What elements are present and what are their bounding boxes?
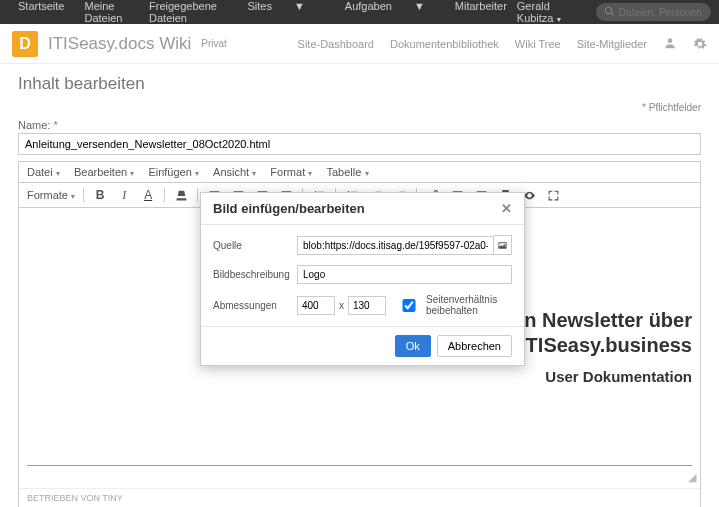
menu-insert[interactable]: Einfügen ▾ (148, 166, 199, 178)
formats-dropdown[interactable]: Formate ▾ (27, 189, 75, 201)
search-input[interactable] (619, 7, 703, 18)
desc-label: Bildbeschreibung (213, 269, 291, 280)
dialog-title: Bild einfügen/bearbeiten (213, 201, 365, 216)
avatar-icon[interactable] (663, 36, 677, 52)
nav-sites[interactable]: Sites▼ (227, 0, 324, 29)
tab-dashboard[interactable]: Site-Dashboard (298, 38, 374, 50)
caret-line (27, 465, 692, 466)
required-hint: * Pflichtfelder (18, 102, 701, 113)
cancel-button[interactable]: Abbrechen (437, 335, 512, 357)
nav-tasks[interactable]: Aufgaben▼ (325, 0, 445, 29)
menu-file[interactable]: Datei ▾ (27, 166, 60, 178)
editor-credit: BETRIEBEN VON TINY (19, 488, 700, 507)
source-label: Quelle (213, 240, 291, 251)
nav-home[interactable]: Startseite (8, 0, 74, 29)
name-label: Name: * (18, 119, 701, 131)
height-input[interactable] (348, 296, 386, 315)
menu-edit[interactable]: Bearbeiten ▾ (74, 166, 134, 178)
insert-image-dialog: Bild einfügen/bearbeiten ✕ Quelle Bildbe… (200, 192, 525, 366)
close-icon[interactable]: ✕ (501, 201, 512, 216)
gear-icon[interactable] (693, 37, 707, 51)
nav-shared-files[interactable]: Freigegebene Dateien (139, 0, 227, 29)
nav-people[interactable]: Mitarbeiter (445, 0, 517, 29)
menu-format[interactable]: Format ▾ (270, 166, 312, 178)
desc-input[interactable] (297, 265, 512, 284)
width-input[interactable] (297, 296, 335, 315)
text-color-button[interactable]: A (140, 187, 156, 203)
site-header: D ITISeasy.docs Wiki Privat Site-Dashboa… (0, 24, 719, 64)
site-privacy: Privat (201, 38, 227, 49)
source-input[interactable] (297, 236, 494, 255)
tab-members[interactable]: Site-Mitglieder (577, 38, 647, 50)
aspect-checkbox[interactable] (396, 299, 422, 312)
browse-button[interactable] (494, 235, 512, 255)
editor-menubar: Datei ▾ Bearbeiten ▾ Einfügen ▾ Ansicht … (19, 162, 700, 183)
site-title[interactable]: ITISeasy.docs Wiki (48, 34, 191, 54)
bg-color-button[interactable] (173, 187, 189, 203)
aspect-label: Seitenverhältnis beibehalten (426, 294, 512, 316)
fullscreen-button[interactable] (545, 187, 561, 203)
doc-subheading: User Dokumentation (19, 368, 692, 385)
dimensions-label: Abmessungen (213, 300, 291, 311)
name-input[interactable] (18, 133, 701, 155)
top-nav: Startseite Meine Dateien Freigegebene Da… (8, 0, 517, 29)
resize-handle-icon[interactable]: ◢ (688, 471, 696, 484)
x-separator: x (339, 300, 344, 311)
ok-button[interactable]: Ok (395, 335, 431, 357)
user-menu[interactable]: Gerald Kubitza▼ (517, 0, 588, 24)
bold-button[interactable]: B (92, 187, 108, 203)
italic-button[interactable]: I (116, 187, 132, 203)
nav-my-files[interactable]: Meine Dateien (74, 0, 139, 29)
menu-view[interactable]: Ansicht ▾ (213, 166, 256, 178)
site-logo: D (12, 31, 38, 57)
global-search[interactable] (596, 3, 711, 21)
page-heading: Inhalt bearbeiten (18, 74, 701, 94)
menu-table[interactable]: Tabelle ▾ (326, 166, 368, 178)
search-icon (604, 6, 615, 19)
global-topbar: Startseite Meine Dateien Freigegebene Da… (0, 0, 719, 24)
tab-wiki-tree[interactable]: Wiki Tree (515, 38, 561, 50)
svg-point-0 (668, 38, 673, 43)
tab-doclib[interactable]: Dokumentenbibliothek (390, 38, 499, 50)
